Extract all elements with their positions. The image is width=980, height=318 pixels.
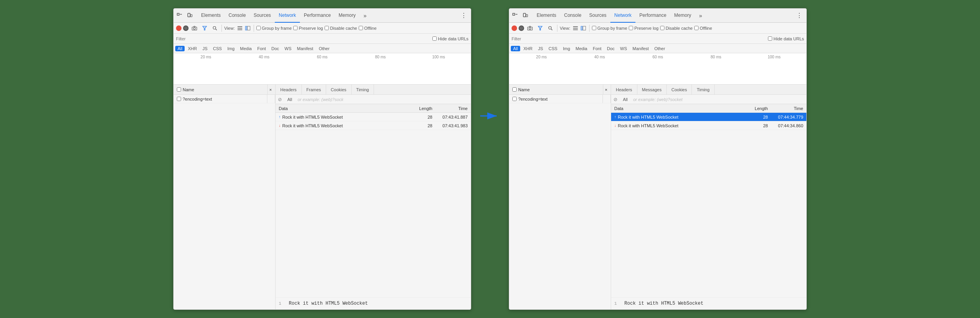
type-other-right[interactable]: Other — [652, 46, 668, 51]
tab-elements-left[interactable]: Elements — [197, 9, 225, 23]
tab-elements-right[interactable]: Elements — [533, 9, 560, 23]
select-all-left[interactable] — [177, 87, 181, 92]
tab-timing-right[interactable]: Timing — [692, 85, 715, 94]
type-all-left[interactable]: All — [175, 46, 185, 51]
more-tabs-left[interactable]: » — [361, 13, 369, 19]
tab-timing-left[interactable]: Timing — [352, 85, 374, 94]
tab-headers-left[interactable]: Headers — [276, 85, 302, 94]
tab-memory-right[interactable]: Memory — [670, 9, 695, 23]
list-view-left[interactable] — [236, 25, 243, 32]
marker-40-left: 40 ms — [235, 55, 293, 59]
preserve-log-checkbox-left[interactable] — [293, 26, 298, 30]
tab-sources-right[interactable]: Sources — [585, 9, 610, 23]
device-icon[interactable] — [185, 11, 194, 20]
search-icon-left[interactable] — [211, 24, 219, 33]
tab-cookies-right[interactable]: Cookies — [667, 85, 692, 94]
type-manifest-left[interactable]: Manifest — [295, 46, 316, 51]
inspect-icon[interactable] — [175, 11, 184, 20]
record-button-left[interactable] — [176, 25, 181, 31]
data-row-1-left[interactable]: ↑ Rock it with HTML5 WebSocket 28 07:43:… — [276, 113, 471, 121]
type-img-right[interactable]: Img — [561, 46, 572, 51]
list-view-right[interactable] — [572, 25, 579, 32]
type-media-left[interactable]: Media — [238, 46, 254, 51]
hide-urls-checkbox-left[interactable] — [432, 36, 437, 41]
stop-button-left[interactable] — [183, 25, 189, 31]
file-row-left[interactable]: ?encoding=text — [174, 95, 275, 103]
type-doc-left[interactable]: Doc — [269, 46, 281, 51]
type-xhr-left[interactable]: XHR — [185, 46, 199, 51]
search-icon-right[interactable] — [546, 24, 555, 33]
type-js-right[interactable]: JS — [535, 46, 545, 51]
group-frame-label-left[interactable]: Group by frame — [256, 26, 292, 31]
tab-sources-left[interactable]: Sources — [250, 9, 275, 23]
file-checkbox-left[interactable] — [177, 97, 181, 101]
offline-checkbox-right[interactable] — [694, 26, 699, 30]
tab-network-right[interactable]: Network — [610, 9, 635, 23]
group-frame-checkbox-right[interactable] — [592, 26, 596, 30]
type-media-right[interactable]: Media — [573, 46, 590, 51]
tab-frames-left[interactable]: Frames — [302, 85, 326, 94]
type-font-right[interactable]: Font — [590, 46, 604, 51]
tab-console-right[interactable]: Console — [560, 9, 585, 23]
type-ws-left[interactable]: WS — [282, 46, 294, 51]
tab-cookies-left[interactable]: Cookies — [326, 85, 352, 94]
preserve-log-label-right[interactable]: Preserve log — [629, 26, 659, 31]
type-all-right[interactable]: All — [511, 46, 520, 51]
group-frame-checkbox-left[interactable] — [256, 26, 261, 30]
inspect-icon-right[interactable] — [511, 11, 519, 20]
preserve-log-label-left[interactable]: Preserve log — [293, 26, 323, 31]
type-ws-right[interactable]: WS — [618, 46, 630, 51]
tab-network-left[interactable]: Network — [275, 9, 300, 23]
type-xhr-right[interactable]: XHR — [521, 46, 535, 51]
offline-label-left[interactable]: Offline — [359, 26, 377, 31]
stop-button-right[interactable] — [519, 25, 524, 31]
disable-cache-label-left[interactable]: Disable cache — [325, 26, 357, 31]
tab-performance-left[interactable]: Performance — [300, 9, 335, 23]
tab-console-left[interactable]: Console — [225, 9, 250, 23]
file-checkbox-right[interactable] — [512, 97, 517, 101]
main-content-left: Name × Headers Frames Cookies — [174, 85, 471, 309]
device-icon-right[interactable] — [521, 11, 530, 20]
three-dots-right[interactable]: ⋮ — [794, 12, 805, 19]
type-other-left[interactable]: Other — [316, 46, 332, 51]
filter-icon-left[interactable] — [200, 24, 209, 33]
type-css-left[interactable]: CSS — [211, 46, 224, 51]
all-btn-left[interactable]: All — [284, 97, 295, 102]
data-row-1-right[interactable]: ↑ Rock it with HTML5 WebSocket 28 07:44:… — [611, 113, 806, 121]
data-row-2-left[interactable]: ↓ Rock it with HTML5 WebSocket 28 07:43:… — [276, 121, 471, 130]
disable-cache-label-right[interactable]: Disable cache — [660, 26, 693, 31]
file-row-right[interactable]: ?encoding=text — [509, 95, 611, 103]
grid-view-right[interactable] — [580, 25, 587, 32]
disable-cache-checkbox-left[interactable] — [325, 26, 329, 30]
hide-urls-label-right[interactable]: Hide data URLs — [768, 36, 804, 41]
offline-label-right[interactable]: Offline — [694, 26, 712, 31]
type-img-left[interactable]: Img — [225, 46, 237, 51]
grid-view-left[interactable] — [244, 25, 251, 32]
type-css-right[interactable]: CSS — [546, 46, 560, 51]
filter-icon-right[interactable] — [536, 24, 544, 33]
preserve-log-checkbox-right[interactable] — [629, 26, 633, 30]
select-all-right[interactable] — [512, 87, 517, 92]
tab-memory-left[interactable]: Memory — [335, 9, 359, 23]
type-js-left[interactable]: JS — [200, 46, 210, 51]
disable-cache-checkbox-right[interactable] — [660, 26, 664, 30]
camera-toolbar-left[interactable] — [190, 24, 199, 33]
tab-performance-right[interactable]: Performance — [635, 9, 670, 23]
type-font-left[interactable]: Font — [255, 46, 268, 51]
more-tabs-right[interactable]: » — [697, 13, 704, 19]
data-row-2-right[interactable]: ↓ Rock it with HTML5 WebSocket 28 07:44:… — [611, 121, 806, 130]
hide-urls-checkbox-right[interactable] — [768, 36, 772, 41]
filter-input-left[interactable] — [176, 36, 207, 41]
group-frame-label-right[interactable]: Group by frame — [592, 26, 627, 31]
three-dots-left[interactable]: ⋮ — [458, 12, 469, 19]
offline-checkbox-left[interactable] — [359, 26, 363, 30]
type-manifest-right[interactable]: Manifest — [630, 46, 652, 51]
filter-input-right[interactable] — [512, 36, 543, 41]
record-button-right[interactable] — [512, 25, 517, 31]
type-doc-right[interactable]: Doc — [604, 46, 617, 51]
camera-toolbar-right[interactable] — [526, 24, 534, 33]
all-btn-right[interactable]: All — [620, 97, 631, 102]
hide-urls-label-left[interactable]: Hide data URLs — [432, 36, 468, 41]
tab-messages-right[interactable]: Messages — [637, 85, 667, 94]
tab-headers-right[interactable]: Headers — [611, 85, 637, 94]
